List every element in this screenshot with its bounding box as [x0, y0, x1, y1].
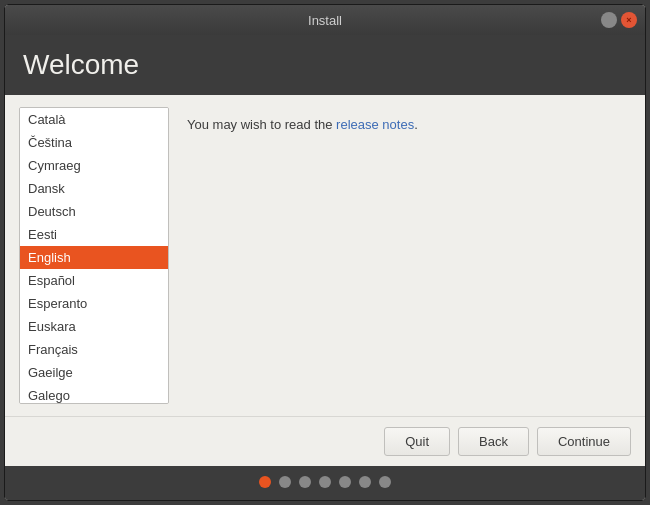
- right-panel: You may wish to read the release notes.: [183, 107, 631, 404]
- lang-item-deutsch[interactable]: Deutsch: [20, 200, 168, 223]
- lang-item-espanol[interactable]: Español: [20, 269, 168, 292]
- progress-dot-5[interactable]: [359, 476, 371, 488]
- language-list[interactable]: CatalàČeštinaCymraegDanskDeutschEestiEng…: [19, 107, 169, 404]
- lang-item-eesti[interactable]: Eesti: [20, 223, 168, 246]
- window-title: Install: [308, 13, 342, 28]
- close-button[interactable]: ×: [621, 12, 637, 28]
- progress-dot-0[interactable]: [259, 476, 271, 488]
- progress-dot-1[interactable]: [279, 476, 291, 488]
- lang-item-gaeilge[interactable]: Gaeilge: [20, 361, 168, 384]
- lang-item-cymraeg[interactable]: Cymraeg: [20, 154, 168, 177]
- continue-button[interactable]: Continue: [537, 427, 631, 456]
- info-text-after: .: [414, 117, 418, 132]
- lang-item-esperanto[interactable]: Esperanto: [20, 292, 168, 315]
- back-button[interactable]: Back: [458, 427, 529, 456]
- lang-item-galego[interactable]: Galego: [20, 384, 168, 404]
- release-notes-link[interactable]: release notes: [336, 117, 414, 132]
- quit-button[interactable]: Quit: [384, 427, 450, 456]
- info-text: You may wish to read the release notes.: [187, 115, 627, 135]
- progress-dot-2[interactable]: [299, 476, 311, 488]
- progress-dot-4[interactable]: [339, 476, 351, 488]
- lang-item-catala[interactable]: Català: [20, 108, 168, 131]
- info-text-before: You may wish to read the: [187, 117, 336, 132]
- progress-dot-3[interactable]: [319, 476, 331, 488]
- progress-dot-6[interactable]: [379, 476, 391, 488]
- page-header: Welcome: [5, 35, 645, 95]
- minimize-button[interactable]: [601, 12, 617, 28]
- window-controls: ×: [601, 12, 637, 28]
- install-window: Install × Welcome CatalàČeštinaCymraegDa…: [4, 4, 646, 501]
- page-title: Welcome: [23, 49, 627, 81]
- lang-item-cestina[interactable]: Čeština: [20, 131, 168, 154]
- lang-item-english[interactable]: English: [20, 246, 168, 269]
- main-content: CatalàČeštinaCymraegDanskDeutschEestiEng…: [5, 95, 645, 416]
- progress-dots: [5, 466, 645, 500]
- lang-item-dansk[interactable]: Dansk: [20, 177, 168, 200]
- titlebar: Install ×: [5, 5, 645, 35]
- lang-item-francais[interactable]: Français: [20, 338, 168, 361]
- bottom-bar: Quit Back Continue: [5, 416, 645, 466]
- lang-item-euskara[interactable]: Euskara: [20, 315, 168, 338]
